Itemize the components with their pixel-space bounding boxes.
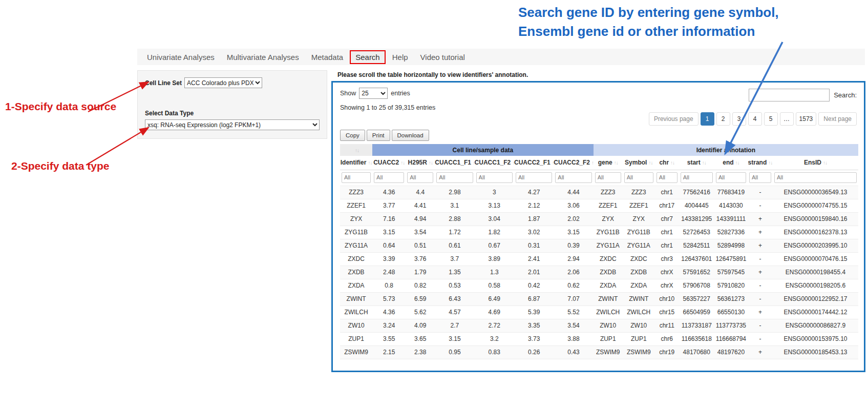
table-row-zzef1[interactable]: ZZEF13.774.413.13.132.123.06ZZEF1ZZEF1ch… — [340, 199, 858, 212]
table-row-zup1[interactable]: ZUP13.553.653.153.23.733.88ZUP1ZUP1chr61… — [340, 332, 858, 345]
cell-end: 77683419 — [714, 186, 748, 199]
cell-chr: chrX — [655, 279, 679, 292]
group-header-blank[interactable]: ↑↓ — [340, 144, 372, 156]
column-label: CUACC2_F2 — [554, 159, 590, 166]
column-header-chr[interactable]: chr↑↓ — [655, 156, 679, 170]
column-header-strand[interactable]: strand↑↓ — [748, 156, 773, 170]
cell-ensid: ENSG00000159840.16 — [773, 212, 858, 226]
pagination: Previous page 12345…1573 Next page — [649, 112, 857, 126]
cell-start: 57591652 — [679, 266, 714, 279]
column-label: end — [723, 159, 733, 166]
showing-entries-text: Showing 1 to 25 of 39,315 entries — [340, 104, 435, 111]
filter-input-identifier[interactable] — [342, 172, 371, 183]
column-header-cuacc1-f1[interactable]: CUACC1_F1↑↓ — [435, 156, 474, 170]
cell-h295r: 3.65 — [406, 332, 435, 345]
filter-input-symbol[interactable] — [624, 172, 653, 183]
cell-cuacc1-f2: 3.89 — [475, 252, 514, 266]
cell-identifier: ZZZ3 — [340, 186, 372, 199]
filter-input-ensid[interactable] — [774, 172, 857, 183]
cell-h295r: 3.54 — [406, 226, 435, 239]
filter-input-cuacc2[interactable] — [374, 172, 404, 183]
nav-item-help[interactable]: Help — [387, 50, 414, 64]
cell-end: 52894998 — [714, 239, 748, 252]
column-header-start[interactable]: start↑↓ — [679, 156, 714, 170]
column-header-cuacc2[interactable]: CUACC2↑↓ — [372, 156, 406, 170]
column-header-cuacc2-f2[interactable]: CUACC2_F2↑↓ — [554, 156, 593, 170]
cell-symbol: ZZEF1 — [623, 199, 655, 212]
column-header-h295r[interactable]: H295R↑↓ — [406, 156, 435, 170]
cell-line-set-select[interactable]: ACC Colorado plus PDX — [184, 77, 262, 88]
column-header-ensid[interactable]: EnsID↑↓ — [773, 156, 858, 170]
cell-cuacc1-f1: 0.53 — [435, 279, 474, 292]
table-row-zyg11b[interactable]: ZYG11B3.153.541.721.823.023.15ZYG11BZYG1… — [340, 226, 858, 239]
page-button-5[interactable]: 5 — [764, 112, 778, 126]
filter-input-end[interactable] — [716, 172, 746, 183]
cell-strand: + — [748, 266, 773, 279]
nav-item-multivariate-analyses[interactable]: Multivariate Analyses — [221, 50, 305, 64]
table-row-zw10[interactable]: ZW103.244.092.72.723.353.54ZW10ZW10chr11… — [340, 319, 858, 332]
download-button[interactable]: Download — [392, 130, 429, 141]
cell-gene: ZSWIM9 — [594, 345, 623, 359]
cell-identifier: ZWILCH — [340, 306, 372, 319]
cell-h295r: 0.51 — [406, 239, 435, 252]
column-header-cuacc1-f2[interactable]: CUACC1_F2↑↓ — [475, 156, 514, 170]
nav-item-video-tutorial[interactable]: Video tutorial — [415, 50, 471, 64]
page-button-3[interactable]: 3 — [732, 112, 746, 126]
table-row-zwint[interactable]: ZWINT5.736.596.436.496.877.07ZWINTZWINTc… — [340, 292, 858, 306]
column-label: Symbol — [625, 159, 647, 166]
cell-symbol: ZYX — [623, 212, 655, 226]
table-row-zxda[interactable]: ZXDA0.80.820.530.580.420.62ZXDAZXDAchrX5… — [340, 279, 858, 292]
sort-icon: ↑↓ — [400, 160, 405, 166]
page-length-select[interactable]: 25 — [359, 88, 388, 99]
filter-input-start[interactable] — [681, 172, 713, 183]
filter-input-gene[interactable] — [595, 172, 621, 183]
copy-button[interactable]: Copy — [340, 130, 365, 141]
next-page-button[interactable]: Next page — [818, 112, 857, 126]
page-button-4[interactable]: 4 — [748, 112, 762, 126]
column-label: CUACC2_F1 — [514, 159, 551, 166]
filter-input-cuacc1-f1[interactable] — [436, 172, 473, 183]
column-header-gene[interactable]: gene↑↓ — [594, 156, 623, 170]
table-row-zzz3[interactable]: ZZZ34.364.42.9834.274.44ZZZ3ZZZ3chr17756… — [340, 186, 858, 199]
nav-item-univariate-analyses[interactable]: Univariate Analyses — [141, 50, 220, 64]
cell-cuacc2: 4.36 — [372, 186, 406, 199]
filter-input-chr[interactable] — [657, 172, 678, 183]
cell-gene: ZWINT — [594, 292, 623, 306]
filter-input-cuacc1-f2[interactable] — [476, 172, 513, 183]
cell-cuacc2-f1: 2.01 — [514, 266, 554, 279]
filter-input-h295r[interactable] — [407, 172, 433, 183]
filter-input-cuacc2-f2[interactable] — [555, 172, 591, 183]
filter-input-cuacc2-f1[interactable] — [516, 172, 552, 183]
column-header-cuacc2-f1[interactable]: CUACC2_F1↑↓ — [514, 156, 554, 170]
column-header-end[interactable]: end↑↓ — [714, 156, 748, 170]
data-type-select[interactable]: xsq: RNA-seq Expression (log2 FPKM+1) — [145, 119, 320, 130]
sort-icon: ↑↓ — [614, 160, 618, 166]
table-row-zxdc[interactable]: ZXDC3.393.763.73.892.412.94ZXDCZXDCchr31… — [340, 252, 858, 266]
sort-icon: ↑↓ — [591, 160, 594, 166]
column-header-symbol[interactable]: Symbol↑↓ — [623, 156, 655, 170]
table-row-zyx[interactable]: ZYX7.164.942.883.041.872.02ZYXZYXchr7143… — [340, 212, 858, 226]
column-header-identifier[interactable]: Identifier↑↓ — [340, 156, 372, 170]
nav-item-metadata[interactable]: Metadata — [306, 50, 349, 64]
table-row-zyg11a[interactable]: ZYG11A0.640.510.610.670.310.39ZYG11AZYG1… — [340, 239, 858, 252]
filter-input-strand[interactable] — [749, 172, 771, 183]
page-button-1[interactable]: 1 — [701, 112, 714, 126]
search-label: Search: — [834, 91, 857, 99]
page-button-2[interactable]: 2 — [716, 112, 730, 126]
table-row-zswim9[interactable]: ZSWIM92.152.380.950.830.260.43ZSWIM9ZSWI… — [340, 345, 858, 359]
page-button-…[interactable]: … — [780, 112, 794, 126]
search-input[interactable] — [749, 89, 830, 101]
cell-cuacc1-f1: 2.98 — [435, 186, 474, 199]
cell-identifier: ZYG11A — [340, 239, 372, 252]
sort-icon: ↑↓ — [368, 160, 372, 166]
cell-strand: - — [748, 292, 773, 306]
column-label: H295R — [408, 159, 427, 166]
table-row-zwilch[interactable]: ZWILCH4.365.624.574.695.395.52ZWILCHZWIL… — [340, 306, 858, 319]
previous-page-button[interactable]: Previous page — [649, 112, 698, 126]
print-button[interactable]: Print — [367, 130, 390, 141]
nav-item-search[interactable]: Search — [350, 50, 386, 64]
page-button-1573[interactable]: 1573 — [796, 112, 817, 126]
table-row-zxdb[interactable]: ZXDB2.481.791.351.32.012.06ZXDBZXDBchrX5… — [340, 266, 858, 279]
cell-cuacc2-f1: 4.27 — [514, 186, 554, 199]
cell-chr: chr15 — [655, 306, 679, 319]
